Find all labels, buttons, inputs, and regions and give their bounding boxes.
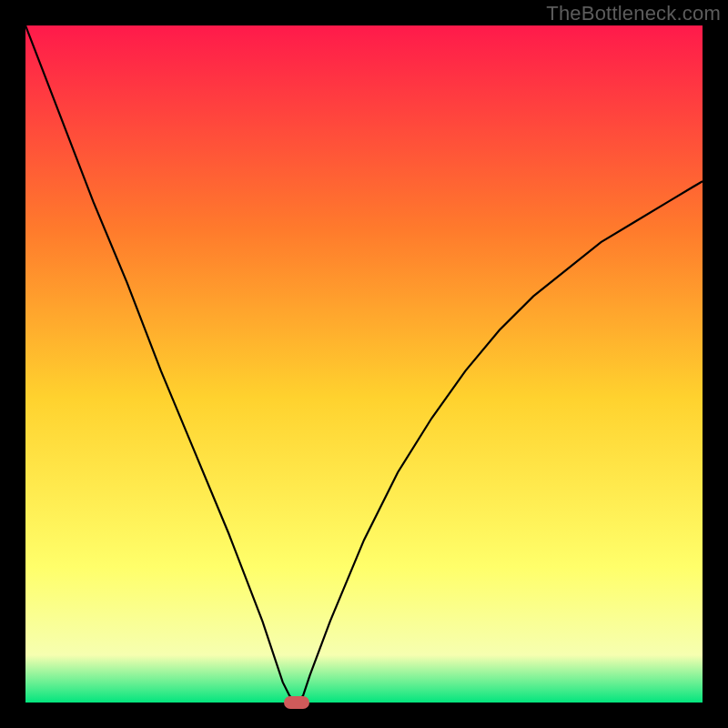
watermark-text: TheBottleneck.com — [546, 2, 721, 25]
optimal-point-marker — [284, 696, 309, 709]
chart-frame: TheBottleneck.com — [0, 0, 728, 728]
gradient-background — [25, 25, 703, 703]
plot-svg — [25, 25, 703, 703]
plot-area — [25, 25, 703, 703]
